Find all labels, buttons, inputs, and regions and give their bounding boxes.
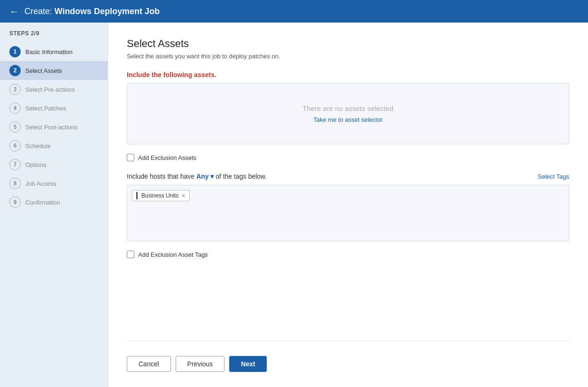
main-content: Select Assets Select the assets you want…: [108, 23, 588, 387]
sidebar: STEPS 2/9 1 Basic Information 2 Select A…: [0, 23, 108, 387]
tags-box: Business Units ×: [127, 185, 569, 241]
sidebar-item-select-pre-actions[interactable]: 3 Select Pre-actions: [0, 80, 108, 99]
sidebar-label-9: Confirmation: [25, 199, 60, 206]
previous-button[interactable]: Previous: [176, 356, 224, 372]
tag-chip-label: Business Units: [141, 192, 178, 199]
step-number-6: 6: [9, 140, 21, 151]
step-number-2: 2: [9, 65, 21, 76]
exclusion-asset-tags-checkbox[interactable]: [127, 251, 134, 258]
header-title: Create: Windows Deployment Job: [24, 7, 160, 16]
page-subtitle: Select the assets you want this job to d…: [127, 53, 569, 60]
include-assets-label: Include the following assets.: [127, 71, 569, 79]
sidebar-item-select-post-actions[interactable]: 5 Select Post-actions: [0, 118, 108, 136]
exclusion-asset-tags-row: Add Exclusion Asset Tags: [127, 251, 569, 258]
sidebar-item-confirmation[interactable]: 9 Confirmation: [0, 193, 108, 212]
any-dropdown[interactable]: Any ▾: [196, 173, 214, 180]
no-assets-text: There are no assets selected: [302, 104, 393, 112]
step-number-8: 8: [9, 178, 21, 189]
take-me-to-asset-selector-link[interactable]: Take me to asset selector: [313, 116, 382, 123]
tags-text-after: of the tags below.: [216, 173, 267, 180]
sidebar-label-4: Select Patches: [25, 105, 66, 112]
sidebar-item-select-patches[interactable]: 4 Select Patches: [0, 99, 108, 118]
sidebar-label-3: Select Pre-actions: [25, 86, 75, 93]
step-number-9: 9: [9, 197, 21, 208]
footer: Cancel Previous Next: [127, 352, 569, 372]
step-number-3: 3: [9, 84, 21, 95]
back-button[interactable]: ←: [9, 6, 19, 17]
exclusion-asset-tags-label[interactable]: Add Exclusion Asset Tags: [138, 251, 208, 258]
sidebar-item-basic-information[interactable]: 1 Basic Information: [0, 42, 108, 61]
tags-include-text: Include hosts that have Any ▾ of the tag…: [127, 173, 267, 180]
header-prefix: Create:: [24, 7, 52, 16]
exclusion-assets-checkbox[interactable]: [127, 154, 134, 161]
step-number-5: 5: [9, 121, 21, 133]
sidebar-label-5: Select Post-actions: [25, 124, 77, 131]
select-tags-link[interactable]: Select Tags: [538, 173, 569, 180]
tags-header: Include hosts that have Any ▾ of the tag…: [127, 173, 569, 180]
exclusion-assets-row: Add Exclusion Assets: [127, 154, 569, 161]
step-number-7: 7: [9, 159, 21, 170]
step-number-1: 1: [9, 46, 21, 57]
header: ← Create: Windows Deployment Job: [0, 0, 588, 23]
sidebar-item-select-assets[interactable]: 2 Select Assets: [0, 61, 108, 80]
sidebar-label-2: Select Assets: [25, 67, 62, 74]
page-title: Select Assets: [127, 38, 569, 50]
tag-chip-business-units: Business Units ×: [132, 190, 190, 201]
step-number-4: 4: [9, 103, 21, 114]
header-job-title: Windows Deployment Job: [54, 7, 160, 16]
cancel-button[interactable]: Cancel: [127, 356, 171, 372]
sidebar-item-job-access[interactable]: 8 Job Access: [0, 174, 108, 193]
tag-chip-close-button[interactable]: ×: [181, 192, 185, 199]
exclusion-assets-label[interactable]: Add Exclusion Assets: [138, 154, 196, 161]
sidebar-label-7: Options: [25, 161, 46, 168]
sidebar-item-schedule[interactable]: 6 Schedule: [0, 136, 108, 155]
sidebar-label-1: Basic Information: [25, 48, 72, 55]
footer-divider: [127, 340, 569, 341]
steps-label: STEPS 2/9: [0, 30, 108, 42]
asset-selection-box: There are no assets selected Take me to …: [127, 83, 569, 144]
sidebar-label-8: Job Access: [25, 180, 56, 187]
next-button[interactable]: Next: [229, 356, 267, 372]
tags-text-before: Include hosts that have: [127, 173, 194, 180]
sidebar-label-6: Schedule: [25, 142, 51, 150]
sidebar-item-options[interactable]: 7 Options: [0, 155, 108, 174]
